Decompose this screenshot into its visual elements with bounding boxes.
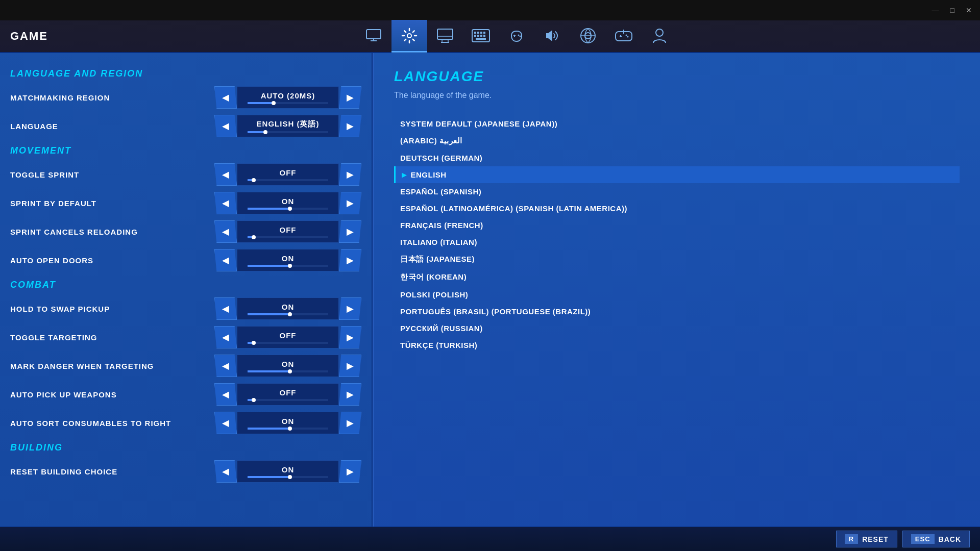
language-item-korean[interactable]: 한국어 (KOREAN) [394, 268, 960, 286]
nav-keyboard-button[interactable] [463, 20, 499, 53]
setting-row-language: LANGUAGE ◀ ENGLISH (英語) ▶ [0, 112, 372, 140]
toggle-targeting-value-box: OFF [237, 326, 339, 348]
setting-control-mark-danger: ◀ ON ▶ [214, 355, 361, 377]
section-header-building: BUILDING [0, 437, 372, 457]
svg-point-19 [520, 35, 521, 37]
setting-control-matchmaking: ◀ AUTO (20MS) ▶ [214, 86, 361, 109]
toggle-sprint-bar-indicator [252, 178, 256, 182]
sprint-default-bar-fill [248, 208, 288, 210]
language-item-polish[interactable]: POLSKI (POLISH) [394, 286, 960, 303]
reset-button-label: RESET [862, 535, 889, 543]
reset-key-badge: R [845, 534, 858, 544]
language-item-portuguese[interactable]: PORTUGUÊS (BRASIL) (PORTUGUESE (BRAZIL)) [394, 303, 960, 320]
bottom-bar: R RESET ESC BACK [0, 527, 980, 551]
setting-control-sprint-default: ◀ ON ▶ [214, 192, 361, 214]
language-item-system-default[interactable]: SYSTEM DEFAULT (JAPANESE (JAPAN)) [394, 115, 960, 132]
sprint-cancels-value-box: OFF [237, 220, 339, 243]
svg-rect-8 [477, 32, 479, 34]
nav-icons [63, 20, 970, 53]
language-item-japanese-label: 日本語 (JAPANESE) [400, 255, 475, 264]
language-item-french[interactable]: FRANÇAIS (FRENCH) [394, 217, 960, 234]
auto-open-doors-right-button[interactable]: ▶ [339, 249, 361, 271]
back-button[interactable]: ESC BACK [902, 531, 970, 547]
toggle-sprint-value-box: OFF [237, 163, 339, 186]
language-item-german[interactable]: DEUTSCH (GERMAN) [394, 149, 960, 166]
maximize-button[interactable]: □ [947, 5, 958, 15]
setting-row-mark-danger: MARK DANGER WHEN TARGETING ◀ ON ▶ [0, 352, 372, 380]
auto-pickup-bar-indicator [252, 398, 256, 402]
nav-controller2-button[interactable] [606, 20, 642, 53]
language-item-russian[interactable]: РУССКИЙ (RUSSIAN) [394, 320, 960, 337]
setting-label-sprint-cancels: SPRINT CANCELS RELOADING [10, 228, 214, 236]
right-panel: LANGUAGE The language of the game. SYSTE… [374, 53, 980, 527]
language-item-japanese[interactable]: 日本語 (JAPANESE) [394, 251, 960, 268]
auto-pickup-bar [248, 399, 328, 401]
auto-sort-left-button[interactable]: ◀ [214, 412, 237, 434]
mark-danger-left-button[interactable]: ◀ [214, 355, 237, 377]
nav-monitor-button[interactable] [356, 20, 391, 53]
auto-sort-bar-indicator [288, 427, 292, 431]
sprint-default-right-button[interactable]: ▶ [339, 192, 361, 214]
auto-sort-bar-fill [248, 428, 288, 430]
language-item-spanish-latin[interactable]: ESPAÑOL (LATINOAMÉRICA) (SPANISH (LATIN … [394, 200, 960, 217]
toggle-targeting-left-button[interactable]: ◀ [214, 326, 237, 348]
svg-rect-11 [474, 35, 476, 37]
language-item-spanish[interactable]: ESPAÑOL (SPANISH) [394, 183, 960, 200]
setting-row-matchmaking: MATCHMAKING REGION ◀ AUTO (20MS) ▶ [0, 83, 372, 112]
setting-row-hold-swap: HOLD TO SWAP PICKUP ◀ ON ▶ [0, 294, 372, 323]
close-button[interactable]: ✕ [963, 5, 975, 15]
matchmaking-value-box: AUTO (20MS) [237, 86, 339, 109]
reset-button[interactable]: R RESET [836, 531, 897, 547]
reset-building-left-button[interactable]: ◀ [214, 460, 237, 483]
setting-row-auto-sort: AUTO SORT CONSUMABLES TO RIGHT ◀ ON ▶ [0, 409, 372, 437]
reset-building-right-button[interactable]: ▶ [339, 460, 361, 483]
matchmaking-left-button[interactable]: ◀ [214, 86, 237, 109]
matchmaking-right-button[interactable]: ▶ [339, 86, 361, 109]
nav-gamepad-button[interactable] [499, 20, 534, 53]
hold-swap-right-button[interactable]: ▶ [339, 297, 361, 320]
auto-pickup-bar-fill [248, 399, 252, 401]
auto-open-doors-bar-indicator [288, 264, 292, 268]
nav-gear-button[interactable] [391, 20, 427, 53]
nav-user-button[interactable] [642, 20, 677, 53]
reset-building-bar-indicator [288, 475, 292, 479]
auto-open-doors-left-button[interactable]: ◀ [214, 249, 237, 271]
toggle-sprint-right-button[interactable]: ▶ [339, 163, 361, 186]
setting-label-language: LANGUAGE [10, 122, 214, 131]
language-right-button[interactable]: ▶ [339, 115, 361, 137]
mark-danger-right-button[interactable]: ▶ [339, 355, 361, 377]
setting-label-reset-building: RESET BUILDING CHOICE [10, 467, 214, 476]
minimize-button[interactable]: — [929, 5, 942, 15]
hold-swap-value-box: ON [237, 297, 339, 320]
nav-display-button[interactable] [427, 20, 463, 53]
title-bar: — □ ✕ [0, 0, 980, 20]
sprint-cancels-left-button[interactable]: ◀ [214, 220, 237, 243]
sprint-default-bar [248, 208, 328, 210]
language-item-english-label: ENGLISH [411, 170, 447, 179]
toggle-targeting-right-button[interactable]: ▶ [339, 326, 361, 348]
auto-sort-right-button[interactable]: ▶ [339, 412, 361, 434]
svg-point-1 [407, 34, 411, 38]
language-item-italian[interactable]: ITALIANO (ITALIAN) [394, 234, 960, 251]
sprint-cancels-right-button[interactable]: ▶ [339, 220, 361, 243]
language-item-arabic-label: (ARABIC) العربية [400, 136, 462, 145]
svg-rect-13 [480, 35, 482, 37]
section-header-language: LANGUAGE AND REGION [0, 63, 372, 83]
nav-audio-button[interactable] [534, 20, 570, 53]
setting-row-sprint-default: SPRINT BY DEFAULT ◀ ON ▶ [0, 189, 372, 217]
language-item-italian-label: ITALIANO (ITALIAN) [400, 238, 477, 246]
language-item-arabic[interactable]: (ARABIC) العربية [394, 132, 960, 149]
nav-network-button[interactable] [570, 20, 606, 53]
auto-pickup-right-button[interactable]: ▶ [339, 383, 361, 406]
hold-swap-left-button[interactable]: ◀ [214, 297, 237, 320]
auto-pickup-left-button[interactable]: ◀ [214, 383, 237, 406]
toggle-sprint-left-button[interactable]: ◀ [214, 163, 237, 186]
language-left-button[interactable]: ◀ [214, 115, 237, 137]
setting-label-toggle-sprint: TOGGLE SPRINT [10, 170, 214, 179]
hold-swap-value: ON [282, 303, 295, 311]
sprint-default-left-button[interactable]: ◀ [214, 192, 237, 214]
svg-point-18 [518, 34, 520, 36]
setting-label-mark-danger: MARK DANGER WHEN TARGETING [10, 362, 214, 370]
language-item-english[interactable]: ▶ ENGLISH [394, 166, 960, 183]
language-item-turkish[interactable]: TÜRKÇE (TURKISH) [394, 337, 960, 354]
